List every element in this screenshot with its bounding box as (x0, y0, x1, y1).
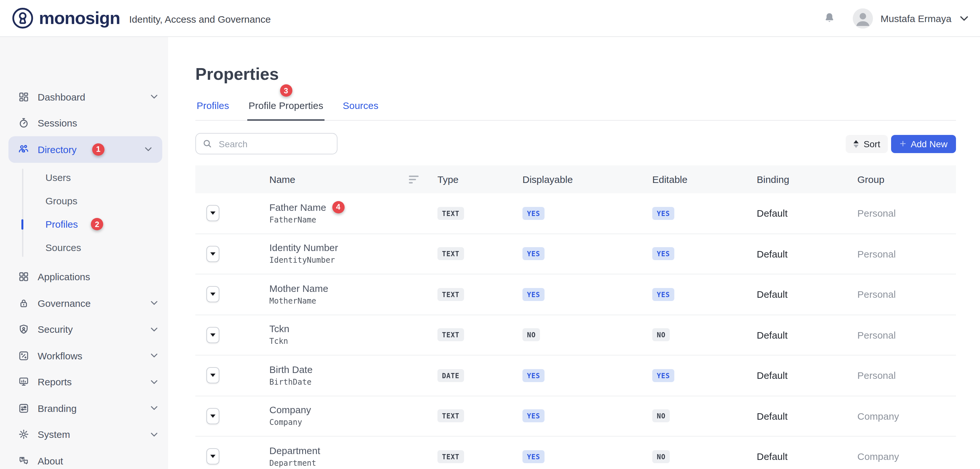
chevron-down-icon (151, 432, 158, 437)
table-header-row: Name Type Displayable Editable Binding G… (195, 165, 956, 193)
sidebar-item-reports[interactable]: Reports (0, 369, 168, 395)
sidebar-item-dashboard[interactable]: Dashboard (0, 84, 168, 110)
sidebar-item-directory[interactable]: Directory 1 (8, 136, 162, 162)
sort-button[interactable]: Sort (845, 135, 888, 153)
sidebar-item-label: Directory (38, 144, 76, 155)
search-input[interactable] (217, 138, 330, 149)
editable-badge: YES (652, 207, 674, 220)
group-value: Personal (858, 208, 956, 219)
displayable-badge: YES (522, 369, 544, 382)
type-badge: TEXT (438, 329, 464, 342)
row-actions-dropdown[interactable] (206, 286, 220, 303)
dashboard-icon (18, 91, 29, 103)
help-bubbles-icon (18, 455, 29, 467)
sidebar-item-label: Profiles (45, 219, 78, 230)
brand-logo[interactable]: monosign (12, 7, 120, 29)
tab-profiles[interactable]: Profiles (195, 100, 231, 120)
property-name: Identity Number (269, 242, 338, 254)
annotation-badge-2: 2 (91, 218, 103, 230)
editable-badge: YES (652, 369, 674, 382)
sidebar-item-groups[interactable]: Groups (0, 189, 168, 213)
sidebar-item-label: Applications (38, 272, 90, 283)
plus-icon: + (900, 138, 906, 149)
chevron-down-icon (151, 327, 158, 332)
gear-icon (18, 429, 29, 440)
sidebar-item-governance[interactable]: Governance (0, 290, 168, 316)
active-indicator (21, 219, 23, 229)
sidebar-item-security[interactable]: Security (0, 316, 168, 342)
sidebar-item-label: Reports (38, 377, 72, 388)
directory-submenu: Users Groups Profiles 2 Sources (0, 166, 168, 259)
topbar-right: Mustafa Ermaya (823, 8, 968, 28)
sidebar-item-branding[interactable]: Branding (0, 395, 168, 421)
user-avatar[interactable] (853, 8, 873, 28)
chevron-down-icon (151, 94, 158, 100)
user-menu-chevron-icon[interactable] (960, 15, 968, 21)
apps-grid-icon (18, 271, 29, 283)
chevron-down-icon (151, 380, 158, 385)
displayable-badge: YES (522, 207, 544, 220)
group-value: Personal (858, 329, 956, 340)
type-badge: TEXT (438, 288, 464, 301)
chevron-down-icon (151, 406, 158, 411)
brand-name: monosign (39, 8, 120, 28)
editable-badge: NO (652, 410, 670, 423)
row-actions-dropdown[interactable] (206, 448, 220, 465)
property-key: IdentityNumber (269, 255, 438, 266)
column-header-group: Group (858, 174, 956, 185)
caret-down-icon (210, 252, 215, 256)
sidebar-item-sessions[interactable]: Sessions (0, 110, 168, 136)
sidebar-item-label: Users (45, 172, 71, 183)
binding-value: Default (757, 370, 858, 381)
sidebar-item-about[interactable]: About (0, 448, 168, 469)
sidebar-item-workflows[interactable]: Workflows (0, 342, 168, 369)
property-key: Department (269, 458, 438, 469)
sidebar-item-sources[interactable]: Sources (0, 236, 168, 259)
group-value: Company (858, 411, 956, 422)
displayable-badge: YES (522, 450, 544, 463)
sidebar-item-label: Sources (45, 242, 81, 253)
row-actions-dropdown[interactable] (206, 408, 220, 424)
sort-filter-icon[interactable] (409, 175, 418, 184)
app-window: monosign Identity, Access and Governance… (0, 0, 980, 469)
binding-value: Default (757, 411, 858, 422)
table-row: Identity Number IdentityNumber TEXT YES … (195, 234, 956, 274)
tab-sources[interactable]: Sources (341, 100, 380, 120)
tab-label: Profile Properties (248, 100, 323, 111)
sidebar-item-profiles[interactable]: Profiles 2 (0, 213, 168, 236)
binding-value: Default (757, 248, 858, 259)
row-actions-dropdown[interactable] (206, 327, 220, 343)
notifications-bell-icon[interactable] (823, 11, 836, 25)
column-header-editable: Editable (652, 174, 757, 185)
displayable-badge: NO (522, 329, 540, 342)
annotation-badge-1: 1 (92, 143, 105, 156)
binding-value: Default (757, 208, 858, 219)
editable-badge: YES (652, 288, 674, 301)
row-actions-dropdown[interactable] (206, 246, 220, 262)
chevron-down-icon (151, 353, 158, 358)
type-badge: TEXT (438, 410, 464, 423)
toolbar: Sort + Add New (195, 133, 956, 154)
search-icon (202, 139, 212, 149)
table-row: Company Company TEXT YES NO Default Comp… (195, 396, 956, 437)
sidebar-item-system[interactable]: System (0, 421, 168, 448)
tab-profile-properties[interactable]: 3 Profile Properties (247, 100, 325, 121)
row-actions-dropdown[interactable] (206, 205, 220, 221)
sidebar-item-applications[interactable]: Applications (0, 264, 168, 290)
row-actions-dropdown[interactable] (206, 367, 220, 384)
search-box (195, 133, 337, 154)
property-name: Company (269, 404, 311, 416)
displayable-badge: YES (522, 248, 544, 261)
sidebar-item-label: Groups (45, 195, 77, 206)
chart-monitor-icon (18, 376, 29, 388)
sidebar-item-users[interactable]: Users (0, 166, 168, 189)
sidebar-item-label: Branding (38, 403, 76, 414)
table-row: Birth Date BirthDate DATE YES YES Defaul… (195, 356, 956, 396)
property-key: FatherName (269, 215, 438, 226)
user-name[interactable]: Mustafa Ermaya (881, 13, 951, 24)
table-row: Tckn Tckn TEXT NO NO Default Personal (195, 315, 956, 356)
add-new-button[interactable]: + Add New (891, 135, 956, 153)
sidebar-item-label: About (38, 455, 63, 466)
sidebar-item-label: Workflows (38, 350, 83, 361)
sidebar: Dashboard Sessions (0, 37, 168, 469)
